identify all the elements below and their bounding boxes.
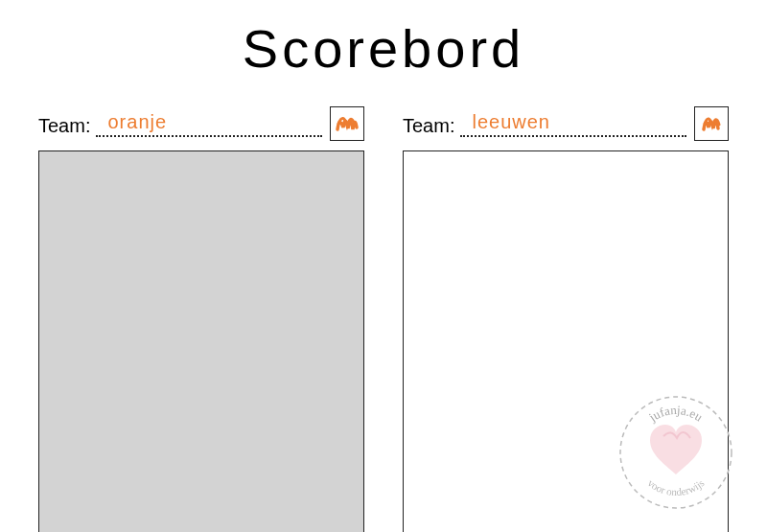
team-name-2: leeuwen xyxy=(472,111,550,133)
team-color-box-1[interactable] xyxy=(330,106,364,141)
svg-text:voor onderwijs: voor onderwijs xyxy=(645,477,706,498)
team-column-1: Team: oranje xyxy=(38,99,364,532)
team-header-2: Team: leeuwen xyxy=(403,99,729,137)
watermark-top-text: jufanja.eu xyxy=(645,403,706,425)
scribble-icon xyxy=(698,110,725,137)
score-box-1[interactable] xyxy=(38,150,364,532)
svg-text:jufanja.eu: jufanja.eu xyxy=(645,403,706,425)
team-color-box-2[interactable] xyxy=(694,106,729,141)
heart-icon xyxy=(650,425,702,474)
team-name-line-1[interactable]: oranje xyxy=(96,118,322,137)
watermark-badge: jufanja.eu voor onderwijs xyxy=(614,390,738,515)
scribble-icon xyxy=(334,110,360,137)
team-header-1: Team: oranje xyxy=(38,99,364,137)
watermark-bottom-text: voor onderwijs xyxy=(645,477,706,498)
team-label-1: Team: xyxy=(38,115,90,137)
team-name-line-2[interactable]: leeuwen xyxy=(460,118,686,137)
page-title: Scorebord xyxy=(0,17,767,80)
team-name-1: oranje xyxy=(107,111,167,133)
team-label-2: Team: xyxy=(403,115,454,137)
